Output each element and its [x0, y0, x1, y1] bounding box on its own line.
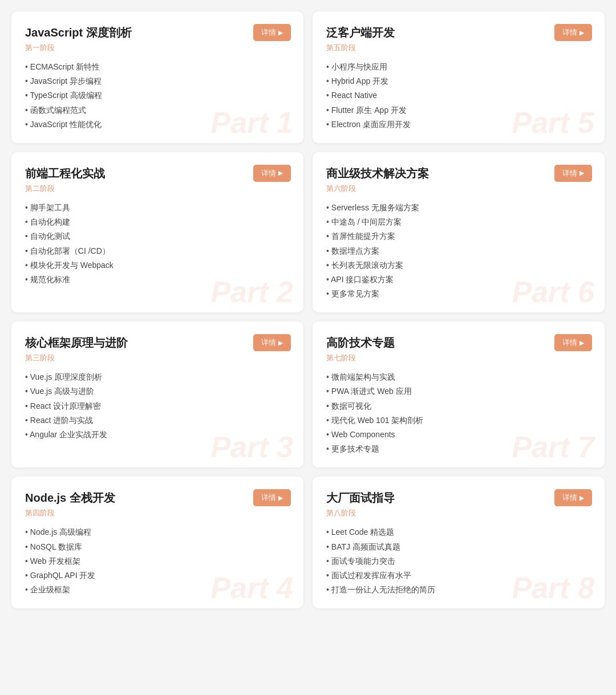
list-item: Electron 桌面应用开发	[326, 117, 591, 132]
detail-button[interactable]: 详情	[253, 24, 291, 41]
list-item: JavaScript 异步编程	[25, 74, 290, 88]
card-title: 前端工程化实战	[25, 166, 290, 181]
list-item: Web 开发框架	[25, 554, 290, 568]
card-title: 大厂面试指导	[326, 490, 591, 506]
list-item: Hybrid App 开发	[326, 74, 591, 88]
card-stage: 第一阶段	[25, 43, 290, 53]
list-item: JavaScript 性能优化	[25, 117, 290, 132]
course-card-card-8: 大厂面试指导第八阶段详情Leet Code 精选题BATJ 高频面试真题面试专项…	[313, 477, 605, 608]
detail-button[interactable]: 详情	[253, 489, 291, 506]
detail-button[interactable]: 详情	[554, 24, 592, 41]
card-stage: 第七阶段	[326, 353, 591, 363]
card-title: 核心框架原理与进阶	[25, 335, 290, 351]
list-item: 现代化 Web 101 架构剖析	[326, 413, 591, 428]
list-item: 企业级框架	[25, 583, 290, 597]
list-item: 首屏性能提升方案	[326, 229, 591, 243]
course-card-card-6: 商业级技术解决方案第六阶段详情Serverless 无服务端方案中途岛 / 中间…	[313, 152, 605, 312]
list-item: 面试过程发挥应有水平	[326, 568, 591, 583]
card-items-list: ECMAScript 新特性JavaScript 异步编程TypeScript …	[25, 60, 290, 132]
card-items-list: Serverless 无服务端方案中途岛 / 中间层方案首屏性能提升方案数据埋点…	[326, 201, 591, 301]
card-title: 高阶技术专题	[326, 335, 591, 351]
card-stage: 第五阶段	[326, 43, 591, 53]
list-item: TypeScript 高级编程	[25, 88, 290, 103]
list-item: 长列表无限滚动方案	[326, 258, 591, 273]
list-item: 小程序与快应用	[326, 60, 591, 74]
course-grid: JavaScript 深度剖析第一阶段详情ECMAScript 新特性JavaS…	[11, 11, 605, 608]
list-item: GraphQL API 开发	[25, 568, 290, 583]
card-stage: 第六阶段	[326, 184, 591, 194]
list-item: PWA 渐进式 Web 应用	[326, 384, 591, 399]
course-card-card-4: Node.js 全栈开发第四阶段详情Node.js 高级编程NoSQL 数据库W…	[11, 477, 303, 608]
list-item: 数据埋点方案	[326, 244, 591, 258]
list-item: Vue.js 高级与进阶	[25, 384, 290, 399]
list-item: ECMAScript 新特性	[25, 60, 290, 74]
list-item: 规范化标准	[25, 273, 290, 287]
course-card-card-7: 高阶技术专题第七阶段详情微前端架构与实践PWA 渐进式 Web 应用数据可视化现…	[313, 322, 605, 468]
list-item: NoSQL 数据库	[25, 540, 290, 554]
card-stage: 第三阶段	[25, 353, 290, 363]
detail-button[interactable]: 详情	[554, 165, 592, 182]
card-stage: 第四阶段	[25, 508, 290, 518]
course-card-card-2: 前端工程化实战第二阶段详情脚手架工具自动化构建自动化测试自动化部署（CI /CD…	[11, 152, 303, 312]
list-item: 自动化部署（CI /CD）	[25, 244, 290, 258]
list-item: React Native	[326, 88, 591, 103]
list-item: Serverless 无服务端方案	[326, 201, 591, 215]
card-title: 泛客户端开发	[326, 25, 591, 40]
list-item: 自动化测试	[25, 229, 290, 243]
card-items-list: 微前端架构与实践PWA 渐进式 Web 应用数据可视化现代化 Web 101 架…	[326, 370, 591, 456]
detail-button[interactable]: 详情	[554, 334, 592, 351]
list-item: Vue.js 原理深度剖析	[25, 370, 290, 384]
course-card-card-3: 核心框架原理与进阶第三阶段详情Vue.js 原理深度剖析Vue.js 高级与进阶…	[11, 322, 303, 468]
course-card-card-1: JavaScript 深度剖析第一阶段详情ECMAScript 新特性JavaS…	[11, 11, 303, 143]
card-items-list: Leet Code 精选题BATJ 高频面试真题面试专项能力突击面试过程发挥应有…	[326, 525, 591, 597]
card-title: JavaScript 深度剖析	[25, 25, 290, 40]
card-stage: 第二阶段	[25, 184, 290, 194]
list-item: API 接口鉴权方案	[326, 273, 591, 287]
list-item: 脚手架工具	[25, 201, 290, 215]
list-item: Node.js 高级编程	[25, 525, 290, 539]
card-title: 商业级技术解决方案	[326, 166, 591, 181]
list-item: 数据可视化	[326, 399, 591, 413]
list-item: 打造一份让人无法拒绝的简历	[326, 583, 591, 597]
card-title: Node.js 全栈开发	[25, 490, 290, 506]
list-item: 函数式编程范式	[25, 103, 290, 117]
card-items-list: Node.js 高级编程NoSQL 数据库Web 开发框架GraphQL API…	[25, 525, 290, 597]
detail-button[interactable]: 详情	[554, 489, 592, 506]
list-item: 微前端架构与实践	[326, 370, 591, 384]
list-item: 更多技术专题	[326, 442, 591, 456]
card-stage: 第八阶段	[326, 508, 591, 518]
list-item: 面试专项能力突击	[326, 554, 591, 568]
detail-button[interactable]: 详情	[253, 334, 291, 351]
course-card-card-5: 泛客户端开发第五阶段详情小程序与快应用Hybrid App 开发React Na…	[313, 11, 605, 143]
card-items-list: 小程序与快应用Hybrid App 开发React NativeFlutter …	[326, 60, 591, 132]
list-item: 更多常见方案	[326, 287, 591, 301]
list-item: BATJ 高频面试真题	[326, 540, 591, 554]
list-item: React 设计原理解密	[25, 399, 290, 413]
card-items-list: 脚手架工具自动化构建自动化测试自动化部署（CI /CD）模块化开发与 Webpa…	[25, 201, 290, 287]
list-item: 模块化开发与 Webpack	[25, 258, 290, 273]
card-items-list: Vue.js 原理深度剖析Vue.js 高级与进阶React 设计原理解密Rea…	[25, 370, 290, 442]
list-item: Flutter 原生 App 开发	[326, 103, 591, 117]
list-item: Angular 企业实战开发	[25, 428, 290, 442]
list-item: Web Components	[326, 428, 591, 442]
list-item: 中途岛 / 中间层方案	[326, 215, 591, 229]
detail-button[interactable]: 详情	[253, 165, 291, 182]
list-item: 自动化构建	[25, 215, 290, 229]
list-item: Leet Code 精选题	[326, 525, 591, 539]
list-item: React 进阶与实战	[25, 413, 290, 428]
